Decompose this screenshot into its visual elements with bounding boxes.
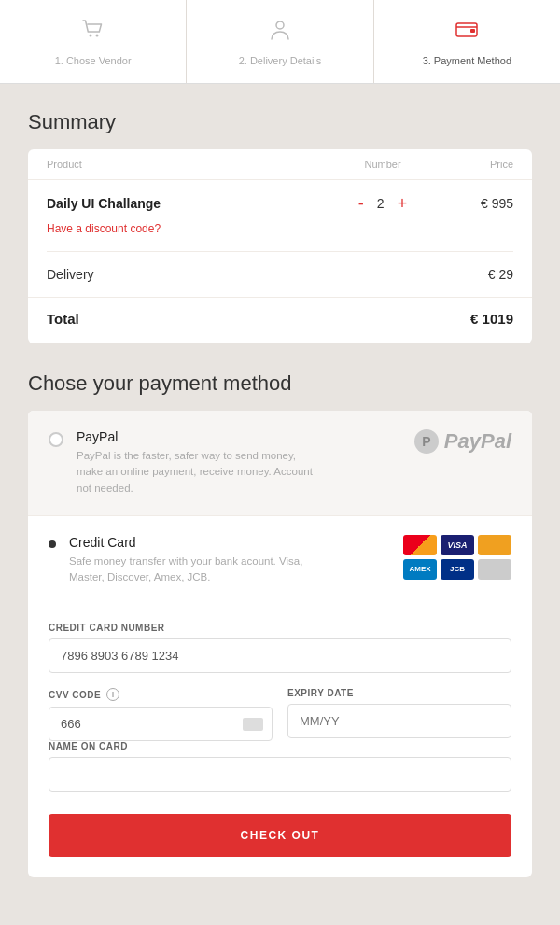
cart-icon <box>80 17 106 49</box>
name-on-card-group: NAME ON CARD <box>49 741 511 792</box>
visa-icon: VISA <box>441 535 474 555</box>
col-price: Price <box>429 159 513 170</box>
summary-title: Summary <box>28 110 532 134</box>
step-delivery-details[interactable]: 2. Delivery Details <box>187 0 373 83</box>
discount-link[interactable]: Have a discount code? <box>47 222 161 235</box>
person-icon <box>267 17 293 49</box>
expiry-label: EXPIRY DATE <box>287 688 511 698</box>
paypal-name: PayPal <box>77 429 392 444</box>
credit-card-name: Credit Card <box>69 535 381 550</box>
paypal-brand-text: PayPal <box>444 429 511 454</box>
summary-card: Product Number Price Daily UI Challange … <box>28 149 532 343</box>
cc-number-label: CREDIT CARD NUMBER <box>49 623 511 633</box>
cvv-group: CVV CODE i <box>49 688 273 741</box>
table-row: Daily UI Challange - 2 + € 995 <box>28 180 532 216</box>
total-row: Total € 1019 <box>28 297 532 343</box>
stepper: 1. Chose Vendor 2. Delivery Details 3. P… <box>0 0 560 84</box>
qty-increase-button[interactable]: + <box>394 195 412 212</box>
credit-card-text: Credit Card Safe money transfer with you… <box>69 535 381 586</box>
paypal-option[interactable]: PayPal PayPal is the faster, safer way t… <box>28 411 532 516</box>
wallet-icon <box>454 17 480 49</box>
discount-row: Have a discount code? <box>28 216 532 251</box>
amex-icon: AMEX <box>403 559 437 580</box>
step-payment-label: 3. Payment Method <box>423 55 511 66</box>
extra-icon <box>478 559 511 580</box>
expiry-input[interactable] <box>287 704 511 738</box>
delivery-row: Delivery € 29 <box>28 252 532 297</box>
paypal-desc: PayPal is the faster, safer way to send … <box>77 448 319 497</box>
paypal-logo: P PayPal <box>405 429 511 454</box>
svg-rect-4 <box>470 29 475 33</box>
svg-point-0 <box>89 35 91 37</box>
credit-card-form: CREDIT CARD NUMBER CVV CODE i EXPIRY D <box>28 604 532 877</box>
cvv-card-icon <box>243 718 263 731</box>
credit-card-radio[interactable] <box>49 540 56 548</box>
card-icons: VISA AMEX JCB <box>394 535 511 580</box>
checkout-button[interactable]: CHECK OUT <box>49 814 511 857</box>
svg-point-1 <box>95 35 98 37</box>
qty-decrease-button[interactable]: - <box>355 195 368 212</box>
step-chose-vendor-label: 1. Chose Vendor <box>55 55 132 66</box>
quantity-control: - 2 + <box>336 195 429 212</box>
payment-card: PayPal PayPal is the faster, safer way t… <box>28 411 532 877</box>
total-label: Total <box>47 311 470 327</box>
svg-point-2 <box>276 21 284 29</box>
name-on-card-input[interactable] <box>49 757 511 792</box>
credit-card-desc: Safe money transfer with your bank acoun… <box>69 554 312 586</box>
item-name: Daily UI Challange <box>47 196 336 211</box>
payment-section-title: Chose your payment method <box>28 371 532 396</box>
mastercard-icon <box>403 535 437 555</box>
name-on-card-label: NAME ON CARD <box>49 741 511 751</box>
total-price: € 1019 <box>470 311 513 327</box>
step-payment-method[interactable]: 3. Payment Method <box>374 0 560 83</box>
paypal-p-icon: P <box>414 429 439 454</box>
orange-icon <box>478 535 511 555</box>
cvv-input[interactable] <box>49 707 273 741</box>
col-product: Product <box>47 159 336 170</box>
cvv-label: CVV CODE i <box>49 688 273 701</box>
paypal-radio[interactable] <box>49 432 63 447</box>
credit-card-option[interactable]: Credit Card Safe money transfer with you… <box>28 516 532 605</box>
col-number: Number <box>336 159 429 170</box>
step-chose-vendor[interactable]: 1. Chose Vendor <box>0 0 187 83</box>
paypal-text: PayPal PayPal is the faster, safer way t… <box>77 429 392 497</box>
delivery-price: € 29 <box>488 267 513 282</box>
step-delivery-label: 2. Delivery Details <box>239 55 322 66</box>
cvv-expiry-row: CVV CODE i EXPIRY DATE <box>49 688 511 741</box>
qty-value: 2 <box>377 196 385 211</box>
expiry-group: EXPIRY DATE <box>287 688 511 741</box>
cc-number-group: CREDIT CARD NUMBER <box>49 623 511 673</box>
delivery-label: Delivery <box>47 267 488 282</box>
item-price: € 995 <box>429 196 513 211</box>
cvv-info-icon[interactable]: i <box>106 688 119 701</box>
main-content: Summary Product Number Price Daily UI Ch… <box>0 84 560 915</box>
cvv-wrapper <box>49 707 273 741</box>
cc-number-input[interactable] <box>49 638 511 673</box>
jcb-icon: JCB <box>441 559 474 580</box>
table-header: Product Number Price <box>28 149 532 180</box>
